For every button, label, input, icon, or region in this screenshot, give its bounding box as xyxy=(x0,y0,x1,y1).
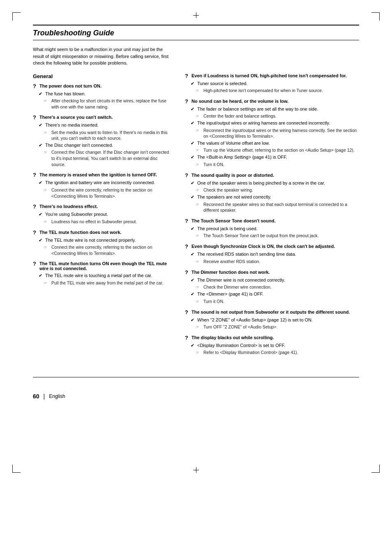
checkmark-icon: ✔ xyxy=(39,91,44,97)
top-rule xyxy=(33,25,359,25)
right-column: ? Even if Loudness is turned ON, high-pi… xyxy=(185,73,359,361)
checkmark-icon: ✔ xyxy=(191,342,196,349)
remedy-text: Refer to <Display Illumination Control> … xyxy=(203,349,298,356)
checkmark-icon: ✔ xyxy=(191,251,196,257)
remedy-arrow-icon: ☞ xyxy=(196,202,202,208)
problem-title: ? There's no loudness effect. xyxy=(33,204,173,210)
checkmark-icon: ✔ xyxy=(39,211,44,217)
remedy-item: ☞ Reconnect the input/output wires or th… xyxy=(196,127,359,139)
problem-text: Even if Loudness is turned ON, high-pitc… xyxy=(191,73,347,78)
general-heading: General xyxy=(33,73,173,79)
remedy-item: ☞ High-pitched tone isn't compensated fo… xyxy=(196,88,359,94)
cause-text: The fuse has blown. xyxy=(45,91,173,97)
remedy-text: Turn it ON. xyxy=(203,298,224,305)
remedy-text: Turn it ON. xyxy=(203,162,224,168)
cause-item: ✔ The fuse has blown. xyxy=(39,91,173,97)
question-icon: ? xyxy=(33,114,38,120)
remedy-arrow-icon: ☞ xyxy=(196,113,202,119)
question-icon: ? xyxy=(185,218,190,224)
problem-title: ? The sound is not output from Subwoofer… xyxy=(185,310,359,315)
remedy-item: ☞ Reconnect the speaker wires so that ea… xyxy=(196,201,359,213)
checkmark-icon: ✔ xyxy=(39,273,44,279)
page-number: 60 xyxy=(33,393,39,400)
cause-text: The TEL mute wire is touching a metal pa… xyxy=(45,273,173,279)
problem-block: ? The sound quality is poor or distorted… xyxy=(185,173,359,213)
problem-text: The memory is erased when the ignition i… xyxy=(39,172,157,177)
question-icon: ? xyxy=(33,261,38,267)
remedy-item: ☞ Connect the wire correctly, referring … xyxy=(44,244,173,256)
page-separator: | xyxy=(44,393,45,400)
problem-title: ? The TEL mute function does not work. xyxy=(33,230,173,236)
cause-text: The <Dimmer> (page 41) is OFF. xyxy=(197,291,359,297)
center-cross-top xyxy=(193,12,199,18)
checkmark-icon: ✔ xyxy=(191,106,196,112)
problem-title: ? Even if Loudness is turned ON, high-pi… xyxy=(185,73,359,79)
problem-block: ? The power does not turn ON. ✔ The fuse… xyxy=(33,83,173,110)
cause-item: ✔ The input/output wires or wiring harne… xyxy=(191,120,359,126)
cause-item: ✔ When "2 ZONE" of <Audio Setup> (page 1… xyxy=(191,317,359,323)
problem-block: ? The memory is erased when the ignition… xyxy=(33,172,173,199)
cause-item: ✔ The <Dimmer> (page 41) is OFF. xyxy=(191,291,359,297)
cause-item: ✔ The values of Volume offset are low. xyxy=(191,140,359,146)
checkmark-icon: ✔ xyxy=(191,291,196,297)
remedy-text: Check the Dimmer wire connection. xyxy=(203,284,272,290)
two-column-layout: General ? The power does not turn ON. ✔ … xyxy=(33,73,359,361)
remedy-item: ☞ Check the speaker wiring. xyxy=(196,187,359,193)
cause-item: ✔ <Display Illumination Control> is set … xyxy=(191,342,359,349)
remedy-arrow-icon: ☞ xyxy=(196,148,202,153)
cause-text: The ignition and battery wire are incorr… xyxy=(45,180,173,186)
question-icon: ? xyxy=(185,73,190,79)
intro-paragraph: What might seem to be a malfunction in y… xyxy=(33,46,173,67)
problem-block: ? The TEL mute function does not work. ✔… xyxy=(33,230,173,257)
remedy-text: Connect the wire correctly, referring to… xyxy=(51,187,173,199)
cause-item: ✔ The ignition and battery wire are inco… xyxy=(39,180,173,186)
problem-title: ? There's a source you can't switch. xyxy=(33,115,173,120)
remedy-item: ☞ Connect the Disc changer. If the Disc … xyxy=(44,149,173,167)
problem-title: ? The Dimmer function does not work. xyxy=(185,270,359,275)
remedy-text: Connect the wire correctly, referring to… xyxy=(51,244,173,256)
problem-block: ? The sound is not output from Subwoofer… xyxy=(185,310,359,330)
question-icon: ? xyxy=(33,204,38,210)
corner-mark-br xyxy=(371,465,380,473)
remedy-arrow-icon: ☞ xyxy=(196,324,202,330)
cause-text: The preout jack is being used. xyxy=(197,226,359,232)
cause-text: <Display Illumination Control> is set to… xyxy=(197,342,359,349)
remedy-item: ☞ Turn up the Volume offset, referring t… xyxy=(196,147,359,153)
problem-text: The display blacks out while scrolling. xyxy=(191,335,274,340)
problem-block: ? There's a source you can't switch. ✔ T… xyxy=(33,115,173,167)
remedy-arrow-icon: ☞ xyxy=(196,284,202,290)
checkmark-icon: ✔ xyxy=(39,142,44,148)
problem-block: ? Even though Synchronize Clock is ON, t… xyxy=(185,244,359,264)
checkmark-icon: ✔ xyxy=(191,277,196,283)
cause-item: ✔ The <Built-in Amp Setting> (page 41) i… xyxy=(191,154,359,160)
page: Troubleshooting Guide What might seem to… xyxy=(0,0,392,555)
cause-item: ✔ The Dimmer wire is not connected corre… xyxy=(191,277,359,283)
problem-block: ? The Dimmer function does not work. ✔ T… xyxy=(185,270,359,305)
remedy-text: Receive another RDS station. xyxy=(203,259,260,265)
cause-text: The values of Volume offset are low. xyxy=(197,140,359,146)
remedy-item: ☞ Connect the wire correctly, referring … xyxy=(44,187,173,199)
cause-text: The TEL mute wire is not connected prope… xyxy=(45,237,173,243)
remedy-item: ☞ Check the Dimmer wire connection. xyxy=(196,284,359,290)
remedy-arrow-icon: ☞ xyxy=(196,162,202,168)
question-icon: ? xyxy=(33,229,38,236)
question-icon: ? xyxy=(185,243,190,250)
corner-mark-bl xyxy=(12,465,21,473)
remedy-item: ☞ Center the fader and balance settings. xyxy=(196,113,359,119)
remedy-text: Set the media you want to listen to. If … xyxy=(51,130,173,141)
problem-title: ? The sound quality is poor or distorted… xyxy=(185,173,359,178)
problem-block: ? The Touch Sensor Tone doesn't sound. ✔… xyxy=(185,218,359,239)
remedy-text: Reconnect the speaker wires so that each… xyxy=(203,201,359,213)
cause-text: You're using Subwoofer preout. xyxy=(45,211,173,217)
checkmark-icon: ✔ xyxy=(191,180,196,186)
problem-text: The Dimmer function does not work. xyxy=(191,270,270,275)
problem-text: The sound quality is poor or distorted. xyxy=(191,173,274,178)
cause-text: The <Built-in Amp Setting> (page 41) is … xyxy=(197,154,359,160)
remedy-arrow-icon: ☞ xyxy=(196,88,202,94)
left-column: General ? The power does not turn ON. ✔ … xyxy=(33,73,173,361)
remedy-arrow-icon: ☞ xyxy=(44,245,50,250)
problem-title: ? The TEL mute function turns ON even th… xyxy=(33,261,173,271)
checkmark-icon: ✔ xyxy=(191,226,196,232)
corner-mark-tr xyxy=(371,12,380,21)
cause-text: The input/output wires or wiring harness… xyxy=(197,120,359,126)
